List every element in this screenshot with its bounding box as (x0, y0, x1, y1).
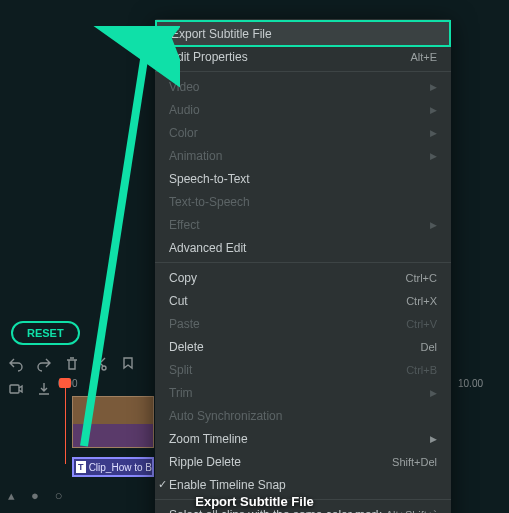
svg-point-1 (102, 366, 106, 370)
redo-icon[interactable] (36, 356, 52, 372)
menu-video: Video ▶ (155, 75, 451, 98)
menu-label: Video (169, 80, 199, 94)
marker-icon[interactable] (120, 356, 136, 372)
menu-label: Animation (169, 149, 222, 163)
menu-shortcut: Alt+E (410, 51, 437, 63)
menu-label: Enable Timeline Snap (169, 478, 286, 492)
reset-button[interactable]: RESET (11, 321, 80, 345)
menu-advanced-edit[interactable]: Advanced Edit (155, 236, 451, 259)
svg-line-4 (84, 34, 148, 446)
menu-effect: Effect ▶ (155, 213, 451, 236)
text-icon: T (76, 461, 86, 473)
menu-label: Cut (169, 294, 188, 308)
menu-label: Color (169, 126, 198, 140)
trash-icon[interactable] (64, 356, 80, 372)
chevron-right-icon: ▶ (430, 128, 437, 138)
menu-export-subtitle[interactable]: Export Subtitle File (155, 20, 451, 47)
menu-shortcut: Ctrl+V (406, 318, 437, 330)
menu-cut[interactable]: Cut Ctrl+X (155, 289, 451, 312)
second-toolbar (8, 381, 52, 397)
menu-shortcut: Del (420, 341, 437, 353)
menu-ripple-delete[interactable]: Ripple Delete Shift+Del (155, 450, 451, 473)
menu-label: Copy (169, 271, 197, 285)
context-menu: Export Subtitle File Edit Properties Alt… (155, 19, 451, 513)
undo-icon[interactable] (8, 356, 24, 372)
menu-label: Advanced Edit (169, 241, 246, 255)
chevron-right-icon: ▶ (430, 151, 437, 161)
svg-rect-2 (10, 385, 19, 393)
menu-label: Paste (169, 317, 200, 331)
svg-point-0 (94, 366, 98, 370)
menu-shortcut: Alt+Shift+` (386, 509, 437, 514)
menu-label: Export Subtitle File (171, 27, 272, 41)
record-icon[interactable] (8, 381, 24, 397)
timeline-tick: 10.00 (458, 378, 483, 389)
menu-color: Color ▶ (155, 121, 451, 144)
cut-icon[interactable] (92, 356, 108, 372)
menu-shortcut: Ctrl+C (406, 272, 437, 284)
video-clip[interactable] (72, 396, 154, 448)
menu-label: Audio (169, 103, 200, 117)
chevron-right-icon: ▶ (430, 105, 437, 115)
subtitle-clip[interactable]: T Clip_How to B (72, 457, 154, 477)
menu-separator (155, 71, 451, 72)
menu-enable-snap[interactable]: ✓ Enable Timeline Snap (155, 473, 451, 496)
caption: Export Subtitle File (0, 494, 509, 509)
menu-zoom-timeline[interactable]: Zoom Timeline ▶ (155, 427, 451, 450)
menu-paste: Paste Ctrl+V (155, 312, 451, 335)
chevron-right-icon: ▶ (430, 434, 437, 444)
menu-delete[interactable]: Delete Del (155, 335, 451, 358)
menu-label: Auto Synchronization (169, 409, 282, 423)
menu-label: Text-to-Speech (169, 195, 250, 209)
menu-text-to-speech: Text-to-Speech (155, 190, 451, 213)
check-icon: ✓ (158, 478, 167, 491)
chevron-right-icon: ▶ (430, 82, 437, 92)
menu-separator (155, 262, 451, 263)
menu-copy[interactable]: Copy Ctrl+C (155, 266, 451, 289)
menu-edit-properties[interactable]: Edit Properties Alt+E (155, 45, 451, 68)
menu-label: Delete (169, 340, 204, 354)
menu-label: Trim (169, 386, 193, 400)
menu-label: Zoom Timeline (169, 432, 248, 446)
playhead[interactable] (65, 378, 66, 464)
menu-label: Speech-to-Text (169, 172, 250, 186)
menu-shortcut: Ctrl+X (406, 295, 437, 307)
subtitle-clip-label: Clip_How to B (89, 462, 152, 473)
toolbar (8, 356, 136, 372)
menu-shortcut: Ctrl+B (406, 364, 437, 376)
menu-split: Split Ctrl+B (155, 358, 451, 381)
menu-label: Ripple Delete (169, 455, 241, 469)
chevron-right-icon: ▶ (430, 220, 437, 230)
menu-label: Edit Properties (169, 50, 248, 64)
menu-label: Effect (169, 218, 199, 232)
download-icon[interactable] (36, 381, 52, 397)
menu-animation: Animation ▶ (155, 144, 451, 167)
menu-trim: Trim ▶ (155, 381, 451, 404)
menu-auto-sync: Auto Synchronization (155, 404, 451, 427)
chevron-right-icon: ▶ (430, 388, 437, 398)
menu-shortcut: Shift+Del (392, 456, 437, 468)
menu-label: Split (169, 363, 192, 377)
menu-speech-to-text[interactable]: Speech-to-Text (155, 167, 451, 190)
menu-audio: Audio ▶ (155, 98, 451, 121)
